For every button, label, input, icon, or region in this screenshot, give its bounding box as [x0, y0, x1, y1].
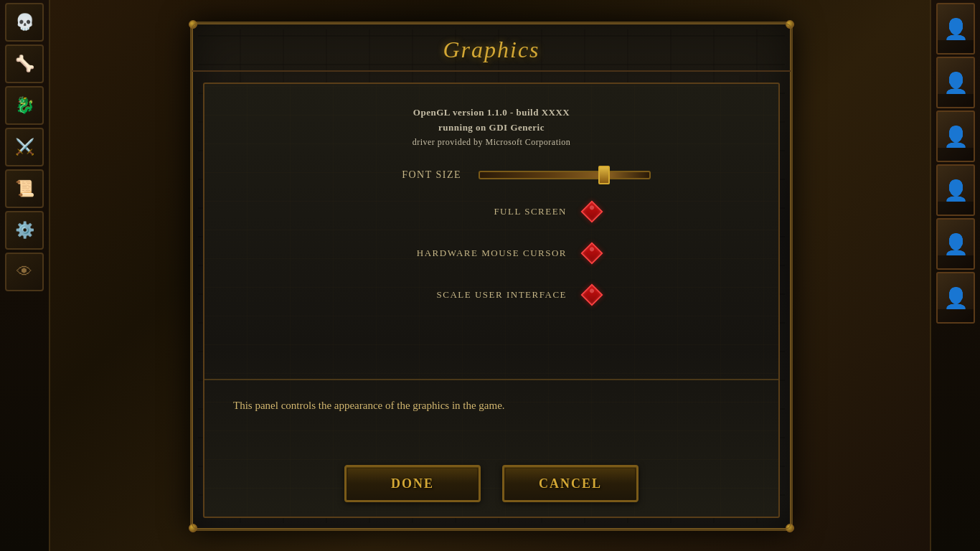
dialog-title: Graphics: [443, 37, 540, 62]
settings-area: OpenGL version 1.1.0 - build XXXX runnin…: [204, 84, 778, 379]
portrait-2[interactable]: 👤: [936, 57, 975, 108]
portrait-5[interactable]: 👤: [936, 218, 975, 270]
sidebar-icon-3[interactable]: 🐉: [5, 86, 44, 125]
font-size-row: Font Size: [248, 169, 735, 181]
full-screen-toggle-wrapper: [581, 201, 603, 222]
scale-ui-toggle-wrapper: [581, 284, 603, 306]
portrait-6[interactable]: 👤: [936, 272, 975, 324]
portrait-1[interactable]: 👤: [936, 3, 975, 55]
sidebar-icon-2[interactable]: 🦴: [5, 44, 44, 83]
done-button[interactable]: Done: [344, 465, 481, 502]
sidebar-icon-5[interactable]: 📜: [5, 169, 44, 208]
right-sidebar: 👤 👤 👤 👤 👤 👤: [930, 0, 980, 551]
opengl-info: OpenGL version 1.1.0 - build XXXX runnin…: [413, 105, 571, 149]
hardware-mouse-toggle[interactable]: [580, 242, 603, 264]
font-size-slider[interactable]: [479, 171, 651, 179]
cancel-button[interactable]: Cancel: [502, 465, 639, 502]
sidebar-icon-7[interactable]: 👁: [5, 253, 44, 291]
opengl-line-2: running on GDI Generic: [413, 121, 571, 136]
full-screen-row: Full Screen: [248, 201, 735, 222]
hardware-mouse-toggle-wrapper: [581, 242, 603, 264]
scale-ui-label: Scale User Interface: [380, 289, 567, 301]
full-screen-label: Full Screen: [380, 206, 567, 217]
description-area: This panel controls the appearance of th…: [204, 379, 778, 451]
portrait-4[interactable]: 👤: [936, 164, 975, 216]
corner-rivet-br: [786, 524, 794, 532]
description-text: This panel controls the appearance of th…: [233, 397, 750, 414]
portrait-3[interactable]: 👤: [936, 110, 975, 162]
corner-rivet-bl: [189, 524, 197, 532]
opengl-line-3: driver provided by Microsoft Corporation: [413, 136, 571, 149]
scale-ui-toggle[interactable]: [580, 283, 603, 306]
left-sidebar: 💀 🦴 🐉 ⚔️ 📜 ⚙️ 👁: [0, 0, 50, 551]
opengl-line-1: OpenGL version 1.1.0 - build XXXX: [413, 105, 571, 121]
sidebar-icon-6[interactable]: ⚙️: [5, 211, 44, 250]
button-row: Done Cancel: [204, 451, 778, 517]
dialog-title-area: Graphics: [192, 24, 791, 72]
inner-content-frame: OpenGL version 1.1.0 - build XXXX runnin…: [203, 83, 780, 518]
full-screen-toggle[interactable]: [580, 200, 603, 222]
font-size-label: Font Size: [332, 169, 461, 181]
hardware-mouse-label: Hardware Mouse Cursor: [380, 248, 567, 259]
sidebar-icon-4[interactable]: ⚔️: [5, 128, 44, 166]
sidebar-icon-1[interactable]: 💀: [5, 3, 44, 42]
graphics-dialog: Graphics OpenGL version 1.1.0 - build XX…: [190, 22, 793, 531]
hardware-mouse-row: Hardware Mouse Cursor: [248, 242, 735, 264]
scale-ui-row: Scale User Interface: [248, 284, 735, 306]
